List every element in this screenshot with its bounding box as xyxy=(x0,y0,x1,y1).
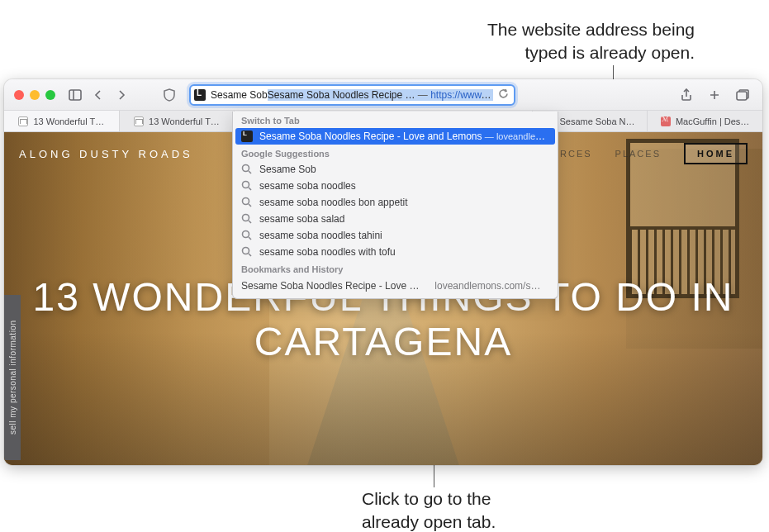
suggest-header-switch: Switch to Tab xyxy=(233,112,558,128)
back-button[interactable] xyxy=(88,86,108,104)
suggest-text: sesame soba noodles with tofu xyxy=(259,246,549,258)
tab-4[interactable]: MacGuffin | Des… xyxy=(648,111,762,131)
address-autocomplete: Sesame Soba Noodles Recipe … — https://w… xyxy=(268,89,493,101)
address-bar[interactable]: Sesame SobSesame Soba Noodles Recipe … —… xyxy=(189,84,515,106)
callout-bottom-line1: Click to go to the xyxy=(362,487,496,511)
suggest-text: Sesame Sob xyxy=(259,164,549,175)
svg-point-9 xyxy=(243,198,249,205)
window-close-button[interactable] xyxy=(14,90,24,100)
suggest-header-history: Bookmarks and History xyxy=(233,260,558,277)
history-url: loveandlemons.com/s… xyxy=(434,280,549,292)
window-controls xyxy=(11,90,60,100)
window-fullscreen-button[interactable] xyxy=(45,90,55,100)
suggest-text: sesame soba noodles bon appetit xyxy=(259,197,549,208)
svg-point-13 xyxy=(243,231,249,238)
window-minimize-button[interactable] xyxy=(30,90,40,100)
suggest-google-1[interactable]: sesame soba noodles xyxy=(233,178,558,194)
callout-top: The website address being typed is alrea… xyxy=(281,18,695,65)
right-toolbar xyxy=(676,86,756,104)
tab-favicon xyxy=(18,116,28,126)
svg-line-6 xyxy=(249,171,251,173)
reload-button[interactable] xyxy=(498,88,509,102)
callout-bottom: Click to go to the already open tab. xyxy=(362,487,496,532)
suggest-switch-to-tab[interactable]: Sesame Soba Noodles Recipe - Love and Le… xyxy=(235,128,555,145)
search-icon xyxy=(241,246,253,258)
address-typed: Sesame Sob xyxy=(211,89,268,101)
left-toolbar xyxy=(65,86,131,104)
callout-bottom-line2: already open tab. xyxy=(362,511,496,532)
safari-window: Sesame SobSesame Soba Noodles Recipe … —… xyxy=(4,79,762,465)
search-icon xyxy=(241,164,253,175)
svg-point-11 xyxy=(243,215,249,221)
site-menu: SOURCES PLACES HOME xyxy=(535,143,748,164)
svg-point-15 xyxy=(243,248,249,254)
tab-label: Sesame Soba N… xyxy=(559,116,634,126)
svg-line-16 xyxy=(249,254,251,256)
privacy-side-tab[interactable]: sell my personal information xyxy=(4,295,21,460)
forward-button[interactable] xyxy=(112,86,131,104)
svg-point-7 xyxy=(243,182,249,188)
callout-top-line1: The website address being xyxy=(281,18,695,41)
search-icon xyxy=(241,180,253,192)
suggest-google-0[interactable]: Sesame Sob xyxy=(233,161,558,178)
history-title: Sesame Soba Noodles Recipe - Love and Le… xyxy=(241,280,420,292)
address-text[interactable]: Sesame SobSesame Soba Noodles Recipe … —… xyxy=(211,89,493,101)
svg-rect-4 xyxy=(737,92,747,100)
suggest-text: sesame soba noodles xyxy=(259,180,549,192)
tab-favicon xyxy=(134,116,144,126)
suggest-google-4[interactable]: sesame soba noodles tahini xyxy=(233,227,558,244)
suggest-header-google: Google Suggestions xyxy=(233,145,558,161)
search-icon xyxy=(241,197,253,208)
search-icon xyxy=(241,230,253,241)
suggest-google-3[interactable]: sesame soba salad xyxy=(233,211,558,227)
address-suggestions-dropdown: Switch to Tab Sesame Soba Noodles Recipe… xyxy=(232,112,558,299)
tab-1[interactable]: 13 Wonderful T… xyxy=(120,111,235,131)
suggest-favicon xyxy=(241,131,253,142)
nav-home-button[interactable]: HOME xyxy=(684,143,748,164)
suggest-text: sesame soba noodles tahini xyxy=(259,230,549,241)
headline-line2: CARTAGENA xyxy=(4,320,762,364)
svg-line-12 xyxy=(249,221,251,223)
suggest-google-5[interactable]: sesame soba noodles with tofu xyxy=(233,244,558,260)
new-tab-button[interactable] xyxy=(705,86,724,104)
callout-top-line2: typed is already open. xyxy=(281,41,695,64)
tab-label: 13 Wonderful T… xyxy=(33,116,104,126)
suggest-switch-title: Sesame Soba Noodles Recipe - Love and Le… xyxy=(259,131,549,142)
svg-line-10 xyxy=(249,204,251,207)
tab-label: MacGuffin | Des… xyxy=(676,116,749,126)
suggest-text: sesame soba salad xyxy=(259,213,549,225)
titlebar: Sesame SobSesame Soba Noodles Recipe … —… xyxy=(4,79,762,111)
svg-point-5 xyxy=(243,165,249,172)
search-icon xyxy=(241,213,253,225)
address-favicon xyxy=(194,89,206,101)
nav-places[interactable]: PLACES xyxy=(615,149,661,159)
privacy-shield-icon[interactable] xyxy=(159,86,179,104)
tab-favicon xyxy=(661,116,671,126)
svg-line-14 xyxy=(249,237,251,240)
share-button[interactable] xyxy=(676,86,696,104)
suggest-history-item[interactable]: Sesame Soba Noodles Recipe - Love and Le… xyxy=(233,277,558,295)
tab-0[interactable]: 13 Wonderful T… xyxy=(4,111,120,131)
sidebar-toggle-button[interactable] xyxy=(65,86,85,104)
svg-rect-0 xyxy=(69,90,81,100)
tab-label: 13 Wonderful T… xyxy=(149,116,220,126)
svg-line-8 xyxy=(249,188,251,190)
address-bar-container: Sesame SobSesame Soba Noodles Recipe … —… xyxy=(189,84,515,106)
suggest-google-2[interactable]: sesame soba noodles bon appetit xyxy=(233,194,558,211)
tab-overview-button[interactable] xyxy=(733,86,752,104)
